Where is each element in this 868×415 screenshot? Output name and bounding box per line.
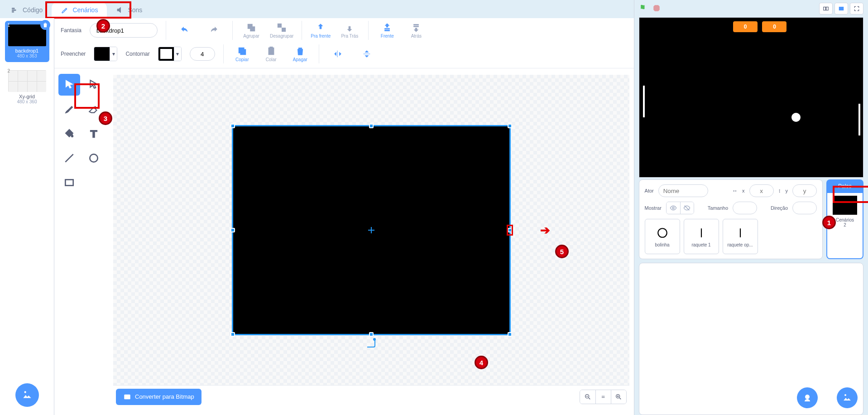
zoom-controls: =	[580, 390, 627, 404]
separator	[232, 21, 233, 40]
flip-horizontal-button[interactable]	[327, 49, 348, 59]
svg-rect-0	[12, 8, 14, 9]
paddle-right	[858, 104, 860, 135]
separator	[368, 21, 369, 40]
sprite-y-input[interactable]	[792, 184, 817, 197]
zoom-out-button[interactable]	[580, 390, 595, 404]
zoom-reset-button[interactable]: =	[595, 390, 611, 404]
sprite-direction-input[interactable]	[792, 202, 817, 214]
tab-sounds[interactable]: Sons	[107, 2, 151, 18]
hide-sprite-button[interactable]	[680, 202, 694, 214]
costume-thumb-1[interactable]: 1 backdrop1 480 x 363	[5, 21, 49, 62]
convert-bitmap-button[interactable]: Converter para Bitmap	[116, 389, 201, 405]
annotation-marker-2: 2	[96, 19, 110, 33]
sprite-label: Ator	[645, 188, 654, 193]
forward-button[interactable]: Pra frente	[310, 23, 331, 39]
sprite-x-input[interactable]	[749, 184, 774, 197]
stage-thumb	[833, 196, 857, 215]
fill-tool[interactable]	[58, 123, 80, 145]
outline-color-picker[interactable]: ▾	[158, 47, 182, 61]
fullscreen-button[interactable]	[850, 3, 863, 14]
line-tool[interactable]	[58, 147, 80, 169]
svg-point-11	[90, 154, 97, 162]
svg-rect-2	[12, 11, 14, 12]
costume-thumb-2[interactable]: 2 Xy-grid 480 x 360	[5, 67, 49, 108]
rotate-handle[interactable]	[367, 339, 375, 347]
add-backdrop-button[interactable]	[15, 383, 39, 407]
outline-width-input[interactable]	[190, 47, 215, 61]
tab-costumes-label: Cenários	[72, 6, 98, 14]
zoom-in-button[interactable]	[611, 390, 626, 404]
rectangle-tool[interactable]	[58, 172, 80, 193]
resize-handle[interactable]	[230, 228, 235, 232]
circle-tool[interactable]	[83, 147, 105, 169]
chevron-down-icon: ▾	[110, 47, 117, 61]
score-left: 0	[733, 21, 758, 32]
sprites-area	[639, 263, 863, 415]
sprite-name-input[interactable]	[658, 184, 708, 197]
resize-handle[interactable]	[369, 332, 374, 337]
copy-button[interactable]: Copiar	[232, 46, 253, 62]
show-sprite-button[interactable]	[667, 202, 680, 214]
sprite-item-raqueteop[interactable]: raquete op...	[723, 219, 758, 254]
undo-button[interactable]	[174, 25, 195, 35]
svg-rect-13	[124, 394, 130, 399]
svg-rect-18	[826, 7, 829, 10]
stop-button[interactable]	[652, 4, 661, 14]
direction-label: Direção	[771, 205, 788, 211]
fill-color-picker[interactable]: ▾	[94, 47, 117, 61]
group-button[interactable]: Agrupar	[241, 23, 262, 39]
ungroup-button[interactable]: Desagrupar	[270, 23, 293, 39]
tab-costumes[interactable]: Cenários	[52, 2, 107, 18]
score-right: 0	[762, 21, 786, 32]
front-button[interactable]: Frente	[377, 23, 398, 39]
back-button[interactable]: Atrás	[406, 23, 427, 39]
svg-rect-1	[12, 10, 16, 10]
resize-handle[interactable]	[508, 332, 512, 337]
tab-code-label: Código	[23, 6, 43, 14]
resize-handle[interactable]	[508, 124, 512, 128]
add-backdrop-fab[interactable]	[837, 387, 858, 408]
tab-code[interactable]: Código	[2, 2, 52, 18]
resize-handle[interactable]	[508, 228, 512, 232]
sprite-item-raquete1[interactable]: raquete 1	[684, 219, 719, 254]
large-stage-button[interactable]	[834, 3, 848, 14]
backward-button[interactable]: Pra Trás	[339, 23, 360, 39]
sprite-thumb-icon	[695, 226, 708, 240]
delete-costume-button[interactable]	[40, 20, 50, 30]
text-tool[interactable]	[83, 123, 105, 145]
stage-title: Palco	[826, 179, 863, 193]
annotation-marker-3: 3	[99, 111, 112, 125]
outline-label: Contornar	[125, 51, 149, 57]
redo-button[interactable]	[203, 25, 224, 35]
reshape-tool[interactable]	[83, 74, 105, 96]
svg-rect-4	[250, 27, 254, 31]
paint-editor: Fantasia Agrupar Desagrupar Pra frente P…	[54, 18, 634, 415]
paste-button[interactable]: Colar	[261, 46, 282, 62]
select-tool[interactable]	[58, 74, 80, 96]
outline-swatch	[158, 47, 174, 61]
sprite-item-bolinha[interactable]: bolinha	[645, 219, 680, 254]
thumb-name: Xy-grid	[7, 94, 48, 99]
add-sprite-button[interactable]	[797, 387, 818, 408]
resize-handle[interactable]	[230, 332, 235, 337]
separator	[166, 21, 166, 40]
delete-button[interactable]: Apagar	[290, 46, 311, 62]
paint-canvas[interactable]: ➔	[113, 75, 629, 385]
separator	[319, 44, 319, 63]
annotation-marker-5: 5	[555, 245, 569, 258]
svg-rect-10	[270, 47, 273, 48]
sprite-size-input[interactable]	[733, 202, 757, 214]
green-flag-button[interactable]	[639, 4, 648, 14]
stage-preview[interactable]: 0 0	[639, 17, 863, 178]
resize-handle[interactable]	[369, 124, 374, 128]
annotation-marker-1: 1	[822, 216, 836, 229]
stage-controls	[634, 0, 868, 17]
small-stage-button[interactable]	[819, 3, 833, 14]
costume-name-label: Fantasia	[61, 27, 82, 34]
flip-vertical-button[interactable]	[356, 49, 377, 59]
svg-marker-16	[653, 5, 660, 11]
selected-shape[interactable]: ➔	[233, 126, 509, 334]
resize-handle[interactable]	[230, 124, 235, 128]
brush-tool[interactable]	[58, 98, 80, 120]
